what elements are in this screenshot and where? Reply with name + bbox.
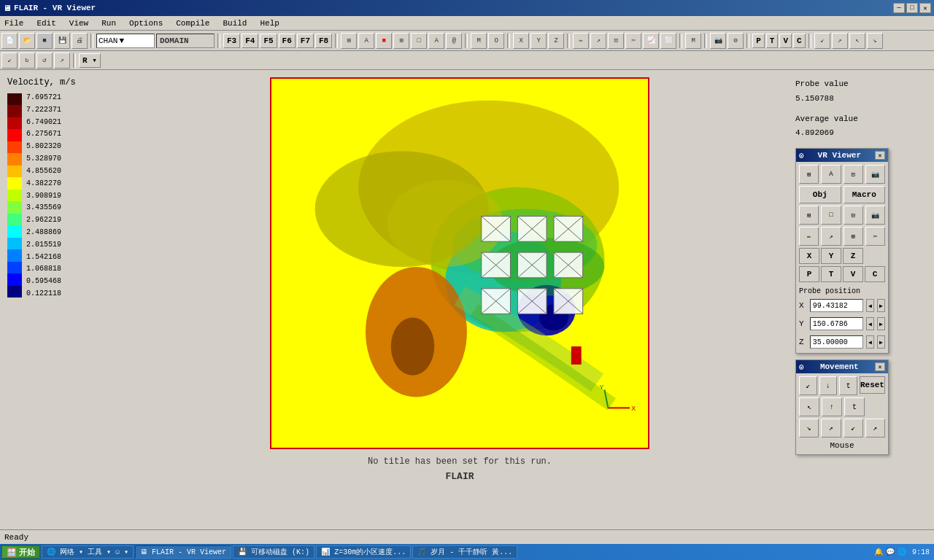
tb-x[interactable]: X xyxy=(513,33,529,49)
move-btn-1[interactable]: ↙ xyxy=(799,376,817,395)
move-btn-3[interactable]: t xyxy=(839,376,857,395)
menu-help[interactable]: Help xyxy=(257,19,282,28)
tb-arr1[interactable]: ↙ xyxy=(814,33,830,49)
tb2-1[interactable]: ↙ xyxy=(1,52,18,69)
vr-macro-btn[interactable]: Macro xyxy=(844,186,886,203)
tb-icon-5[interactable]: □ xyxy=(411,33,427,49)
menu-options[interactable]: Options xyxy=(126,19,166,28)
vr-btn-11[interactable]: ⊞ xyxy=(844,227,863,246)
probe-z-inc[interactable]: ▶ xyxy=(877,335,885,349)
tb-camera[interactable]: 📷 xyxy=(710,33,726,49)
vr-btn-12[interactable]: ✂ xyxy=(865,227,885,246)
move-btn-10[interactable]: ↗ xyxy=(865,419,885,438)
tb-arr2[interactable]: ↗ xyxy=(832,33,848,49)
tb-frame[interactable]: ⬜ xyxy=(660,33,676,49)
probe-y-dec[interactable]: ◀ xyxy=(866,317,874,330)
p-button[interactable]: P xyxy=(752,34,765,48)
vr-obj-btn[interactable]: Obj xyxy=(799,186,841,203)
tb2-2[interactable]: ↻ xyxy=(19,52,35,69)
viz-container[interactable]: X Y xyxy=(270,77,649,449)
tb-icon-7[interactable]: @ xyxy=(446,33,462,49)
tb-m[interactable]: M xyxy=(471,33,487,49)
v-button[interactable]: V xyxy=(779,34,792,48)
vr-btn-5[interactable]: ⊞ xyxy=(799,206,819,225)
vr-btn-2[interactable]: A xyxy=(821,165,841,184)
maximize-button[interactable]: □ xyxy=(906,3,918,13)
tb-select[interactable]: ⊡ xyxy=(608,33,624,49)
f5-button[interactable]: F5 xyxy=(260,34,277,48)
move-btn-8[interactable]: ↗ xyxy=(821,419,841,438)
probe-x-dec[interactable]: ◀ xyxy=(866,299,874,312)
start-button[interactable]: 🪟 开始 xyxy=(1,545,40,559)
menu-view[interactable]: View xyxy=(66,19,91,28)
move-btn-4[interactable]: ↖ xyxy=(799,397,819,416)
open-button[interactable]: 📂 xyxy=(19,33,35,49)
vr-viewer-close[interactable]: ✕ xyxy=(875,151,885,160)
close-button[interactable]: ✕ xyxy=(919,3,931,13)
print-button[interactable]: 🖨 xyxy=(72,33,88,49)
tb-chart[interactable]: 📈 xyxy=(643,33,659,49)
reset-button[interactable]: Reset xyxy=(860,376,885,394)
vr-btn-7[interactable]: ⊟ xyxy=(844,206,863,225)
tb-icon-1[interactable]: ⊞ xyxy=(341,33,357,49)
f6-button[interactable]: F6 xyxy=(279,34,296,48)
tb-icon-6[interactable]: A xyxy=(428,33,444,49)
vr-btn-6[interactable]: □ xyxy=(821,206,841,225)
taskbar-item-music[interactable]: 🎵 岁月 - 千千静听 黃... xyxy=(412,545,517,559)
minimize-button[interactable]: ─ xyxy=(893,3,905,13)
move-btn-6[interactable]: t xyxy=(844,397,865,416)
new-button[interactable]: 📄 xyxy=(1,33,18,49)
taskbar-item-flair[interactable]: 🖥 FLAIR - VR Viewer xyxy=(135,545,231,559)
move-btn-2[interactable]: ↓ xyxy=(819,376,838,395)
menu-build[interactable]: Build xyxy=(220,19,250,28)
f8-button[interactable]: F8 xyxy=(315,34,332,48)
tb-arr3[interactable]: ↖ xyxy=(849,33,865,49)
tb-icon-4[interactable]: ⊞ xyxy=(393,33,409,49)
vr-btn-1[interactable]: ⊞ xyxy=(799,165,819,184)
vr-btn-10[interactable]: ↗ xyxy=(821,227,841,246)
vr-y-btn[interactable]: Y xyxy=(821,248,841,264)
vr-btn-9[interactable]: ✏ xyxy=(799,227,819,246)
move-btn-7[interactable]: ↘ xyxy=(799,419,819,438)
menu-file[interactable]: File xyxy=(1,19,26,28)
t-button[interactable]: T xyxy=(766,34,779,48)
vr-v-btn[interactable]: V xyxy=(843,266,863,282)
r-button[interactable]: R ▾ xyxy=(79,53,101,68)
probe-x-inc[interactable]: ▶ xyxy=(877,299,885,312)
taskbar-item-disk[interactable]: 💾 可移动磁盘 (K:) xyxy=(233,545,314,559)
chan-dropdown[interactable]: CHAN ▼ xyxy=(96,34,155,48)
f7-button[interactable]: F7 xyxy=(297,34,314,48)
tb-o[interactable]: O xyxy=(488,33,504,49)
saveas-button[interactable]: 💾 xyxy=(54,33,70,49)
tb-icon-2[interactable]: A xyxy=(358,33,374,49)
save-button[interactable]: ■ xyxy=(36,33,53,49)
tb-m2[interactable]: M xyxy=(685,33,701,49)
vr-p-btn[interactable]: P xyxy=(799,266,819,282)
vr-x-btn[interactable]: X xyxy=(799,248,819,264)
c-button[interactable]: C xyxy=(793,34,806,48)
tb2-3[interactable]: ↺ xyxy=(36,52,53,69)
move-btn-9[interactable]: ↙ xyxy=(844,419,863,438)
tb-arrow[interactable]: ↗ xyxy=(590,33,606,49)
probe-y-inc[interactable]: ▶ xyxy=(877,317,885,330)
vr-c-btn[interactable]: C xyxy=(865,266,885,282)
movement-close[interactable]: ✕ xyxy=(875,362,885,371)
vr-z-btn[interactable]: Z xyxy=(843,248,863,264)
menu-run[interactable]: Run xyxy=(99,19,119,28)
tb-icon-3[interactable]: ■ xyxy=(376,33,392,49)
tb-z[interactable]: Z xyxy=(548,33,564,49)
tb-pencil[interactable]: ✏ xyxy=(573,33,589,49)
taskbar-item-network[interactable]: 🌐 网络 ▾ 工具 ▾ ☺ ▾ xyxy=(42,545,134,559)
vr-t-btn[interactable]: T xyxy=(821,266,841,282)
tb2-4[interactable]: ↗ xyxy=(54,52,70,69)
tb-settings[interactable]: ⚙ xyxy=(727,33,744,49)
tb-arr4[interactable]: ↘ xyxy=(867,33,883,49)
vr-btn-4[interactable]: 📷 xyxy=(865,165,885,184)
vr-btn-8[interactable]: 📷 xyxy=(865,206,885,225)
tb-y[interactable]: Y xyxy=(530,33,547,49)
menu-edit[interactable]: Edit xyxy=(34,19,58,28)
taskbar-item-z30[interactable]: 📊 Z=30m的小区速度... xyxy=(316,545,411,559)
vr-btn-3[interactable]: ⊡ xyxy=(844,165,863,184)
f3-button[interactable]: F3 xyxy=(223,34,240,48)
move-btn-5[interactable]: ↑ xyxy=(822,397,842,416)
